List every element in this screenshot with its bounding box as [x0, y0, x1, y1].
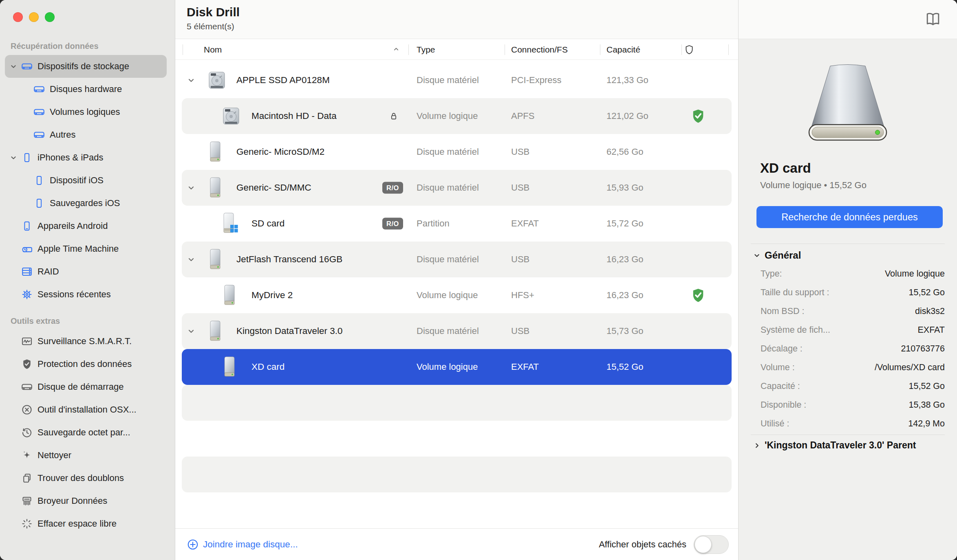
drive-icon — [20, 381, 34, 393]
detail-value: 15,38 Go — [909, 400, 945, 410]
sidebar-item-label: Surveillance S.M.A.R.T. — [37, 336, 132, 347]
attach-disk-image-link[interactable]: Joindre image disque... — [187, 538, 298, 551]
sidebar-item-label: Dispositifs de stockage — [37, 61, 129, 72]
main-header: Disk Drill 5 élément(s) — [175, 0, 738, 39]
detail-label: Volume : — [761, 362, 795, 373]
sidebar-item-dispositifs-de-stockage[interactable]: Dispositifs de stockage — [5, 55, 167, 78]
shredder-icon — [20, 495, 34, 507]
sidebar-item-autres[interactable]: Autres — [5, 123, 167, 146]
smart-monitor-icon — [20, 335, 34, 347]
cell-capacity: 62,56 Go — [606, 134, 644, 170]
zoom-button[interactable] — [45, 12, 55, 22]
removable-drive-icon — [221, 284, 238, 306]
sidebar-item-disques-hardware[interactable]: Disques hardware — [5, 78, 167, 101]
sidebar-item-surveillance-s-m-a-r-t[interactable]: Surveillance S.M.A.R.T. — [5, 330, 167, 353]
column-header-nom[interactable]: Nom — [204, 39, 222, 60]
windows-drive-icon — [221, 212, 240, 235]
sidebar-item-label: Sauvegardes iOS — [50, 198, 120, 209]
sort-ascending-icon — [392, 45, 400, 53]
detail-row-taille-du-support: Taille du support :15,52 Go — [739, 283, 957, 302]
sidebar-item-nettoyer[interactable]: Nettoyer — [5, 444, 167, 467]
column-header-capacity[interactable]: Capacité — [606, 39, 640, 60]
table-row-sd-card[interactable]: SD cardR/OPartitionEXFAT15,72 Go — [182, 206, 732, 242]
table-row-mydrive-2[interactable]: MyDrive 2Volume logiqueHFS+16,23 Go — [182, 277, 732, 313]
cell-connection: USB — [511, 170, 529, 206]
phone-icon — [20, 152, 34, 163]
sidebar-item-appareils-android[interactable]: Appareils Android — [5, 215, 167, 237]
sidebar-item-effacer-espace-libre[interactable]: Effacer espace libre — [5, 512, 167, 535]
chevron-down-icon[interactable] — [186, 313, 196, 349]
table-row-jetflash-transcend-16gb[interactable]: JetFlash Transcend 16GBDisque matérielUS… — [182, 242, 732, 277]
sidebar-item-broyeur-donnees[interactable]: Broyeur Données — [5, 490, 167, 512]
table-row-xd-card[interactable]: XD cardVolume logiqueEXFAT15,52 Go — [182, 349, 732, 385]
detail-row-utilise: Utilisé :142,9 Mo — [739, 414, 957, 433]
chevron-down-icon[interactable] — [7, 62, 20, 71]
chevron-down-icon[interactable] — [186, 242, 196, 277]
detail-value: /Volumes/XD card — [875, 362, 945, 373]
chevron-down-icon[interactable] — [7, 153, 20, 162]
detail-label: Décalage : — [761, 344, 803, 354]
sidebar-item-sauvegardes-ios[interactable]: Sauvegardes iOS — [5, 192, 167, 215]
sidebar-item-raid[interactable]: RAID — [5, 260, 167, 283]
sidebar-item-label: Effacer espace libre — [37, 518, 117, 529]
close-button[interactable] — [13, 12, 23, 22]
chevron-down-icon[interactable] — [186, 170, 196, 206]
history-clock-icon — [20, 426, 34, 439]
sidebar-item-disque-de-demarrage[interactable]: Disque de démarrage — [5, 376, 167, 398]
help-book-icon[interactable] — [924, 10, 942, 29]
footer-bar: Joindre image disque... Afficher objets … — [175, 528, 738, 560]
removable-drive-icon — [221, 356, 238, 378]
sidebar-item-label: Apple Time Machine — [37, 244, 119, 254]
device-subtitle: Volume logique • 15,52 Go — [760, 180, 957, 191]
device-name: Kingston DataTraveler 3.0 — [236, 313, 343, 349]
hidden-objects-toggle[interactable] — [694, 535, 729, 554]
detail-row-type: Type:Volume logique — [739, 264, 957, 283]
sidebar-item-apple-time-machine[interactable]: Apple Time Machine — [5, 237, 167, 260]
table-row-generic-sd-mmc[interactable]: Generic- SD/MMCR/ODisque matérielUSB15,9… — [182, 170, 732, 206]
cell-connection: EXFAT — [511, 349, 539, 385]
phone-icon — [32, 198, 46, 209]
cell-connection: HFS+ — [511, 277, 534, 313]
chevron-down-icon[interactable] — [186, 62, 196, 98]
hidden-objects-control: Afficher objets cachés — [599, 535, 729, 554]
sidebar: Récupération donnéesDispositifs de stock… — [0, 0, 175, 560]
cell-type: Volume logique — [417, 277, 478, 313]
sidebar-item-label: Disque de démarrage — [37, 382, 124, 392]
cell-capacity: 15,52 Go — [606, 349, 644, 385]
time-machine-icon — [20, 243, 34, 255]
cell-type: Partition — [417, 206, 450, 242]
shield-check-icon — [20, 358, 34, 370]
shield-check-badge — [690, 107, 707, 125]
chevron-right-icon — [752, 441, 761, 450]
detail-label: Système de fich... — [761, 325, 830, 335]
minimize-button[interactable] — [29, 12, 39, 22]
search-lost-data-button[interactable]: Recherche de données perdues — [756, 206, 943, 228]
detail-value: 15,52 Go — [909, 381, 945, 391]
sidebar-item-sessions-recentes[interactable]: Sessions récentes — [5, 283, 167, 306]
sidebar-item-label: Trouver des doublons — [37, 473, 124, 483]
sidebar-item-sauvegarde-octet-par[interactable]: Sauvegarde octet par... — [5, 421, 167, 444]
table-row-apple-ssd-ap0128m[interactable]: APPLE SSD AP0128MDisque matérielPCI-Expr… — [182, 62, 732, 98]
table-row-generic-microsd-m2[interactable]: Generic- MicroSD/M2Disque matérielUSB62,… — [182, 134, 732, 170]
sidebar-item-volumes-logiques[interactable]: Volumes logiques — [5, 101, 167, 123]
detail-value: 210763776 — [901, 344, 945, 354]
sidebar-item-iphones-ipads[interactable]: iPhones & iPads — [5, 146, 167, 169]
device-name: Generic- SD/MMC — [236, 170, 311, 206]
cell-capacity: 16,23 Go — [606, 277, 644, 313]
table-row-kingston-datatraveler-3-0[interactable]: Kingston DataTraveler 3.0Disque matériel… — [182, 313, 732, 349]
parent-device-link[interactable]: 'Kingston DataTraveler 3.0' Parent — [752, 440, 957, 451]
table-row-macintosh-hd-data[interactable]: Macintosh HD - DataVolume logiqueAPFS121… — [182, 98, 732, 134]
column-header-connection[interactable]: Connection/FS — [511, 39, 568, 60]
column-header-type[interactable]: Type — [417, 39, 435, 60]
detail-value: 15,52 Go — [909, 288, 945, 298]
sidebar-item-outil-d-installation-osx[interactable]: Outil d'installation OSX... — [5, 398, 167, 421]
cell-type: Disque matériel — [417, 242, 479, 277]
hidden-objects-label: Afficher objets cachés — [599, 539, 686, 550]
general-section-header[interactable]: Général — [752, 250, 957, 261]
cell-connection: USB — [511, 313, 529, 349]
drive-icon — [20, 60, 34, 72]
sidebar-item-label: RAID — [37, 266, 59, 277]
sidebar-item-protection-des-donnees[interactable]: Protection des données — [5, 353, 167, 376]
sidebar-item-trouver-des-doublons[interactable]: Trouver des doublons — [5, 467, 167, 490]
sidebar-item-dispositif-ios[interactable]: Dispositif iOS — [5, 169, 167, 192]
